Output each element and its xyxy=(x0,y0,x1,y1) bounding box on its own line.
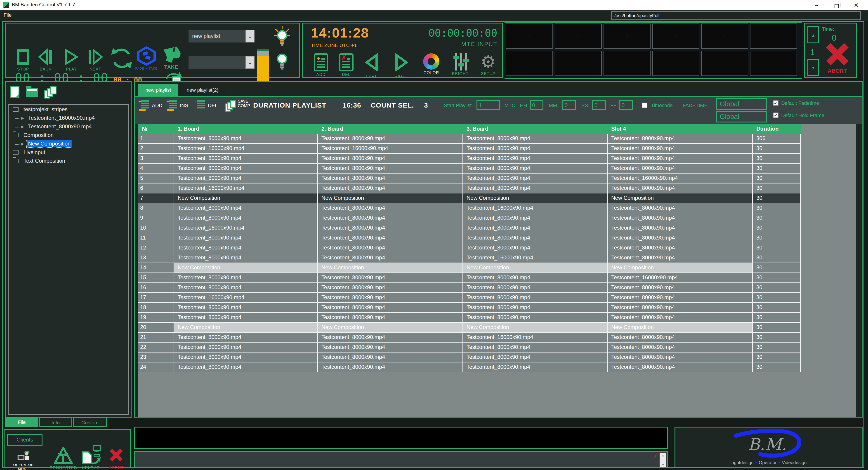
board-cell[interactable]: Testcontent_8000x90.mp4 xyxy=(608,184,753,193)
board-cell[interactable]: Testcontent_16000x90.mp4 xyxy=(174,184,318,193)
board-cell[interactable]: Testcontent_8000x90.mp4 xyxy=(318,253,463,263)
board-cell[interactable]: Testcontent_8000x90.mp4 xyxy=(318,283,463,293)
menu-file[interactable]: File xyxy=(4,12,11,18)
board-cell[interactable]: Testcontent_8000x90.mp4 xyxy=(608,283,753,293)
board-cell[interactable]: Testcontent_8000x90.mp4 xyxy=(463,303,608,313)
board-cell[interactable]: Testcontent_8000x90.mp4 xyxy=(463,184,608,193)
playlist-row[interactable]: 11Testcontent_8000x90.mp4Testcontent_800… xyxy=(138,233,856,243)
board-cell[interactable]: Testcontent_8000x90.mp4 xyxy=(318,134,463,144)
board-cell[interactable]: Testcontent_8000x90.mp4 xyxy=(608,333,753,343)
playlist-row[interactable]: 4Testcontent_8000x90.mp4Testcontent_8000… xyxy=(138,164,856,174)
ss-input[interactable] xyxy=(592,100,606,110)
playlist-tab-2[interactable]: new playlist(2) xyxy=(180,84,225,96)
duration-cell[interactable]: 30 xyxy=(753,184,801,193)
close-button[interactable]: ✕ xyxy=(848,0,864,10)
board-cell[interactable]: Testcontent_8000x90.mp4 xyxy=(463,283,608,293)
board-cell[interactable]: Testcontent_8000x90.mp4 xyxy=(174,313,318,323)
duration-cell[interactable]: 30 xyxy=(753,313,801,323)
board-cell[interactable]: Testcontent_8000x90.mp4 xyxy=(608,213,753,223)
start-playlist-input[interactable] xyxy=(476,100,500,110)
playlist-row[interactable]: 18Testcontent_8000x90.mp4Testcontent_800… xyxy=(138,303,856,313)
playlist-row[interactable]: 7New CompositionNew CompositionNew Compo… xyxy=(138,193,856,203)
next-icon[interactable] xyxy=(87,49,103,65)
board-cell[interactable]: Testcontent_8000x90.mp4 xyxy=(174,283,318,293)
playlist-row[interactable]: 23Testcontent_8000x90.mp4Testcontent_800… xyxy=(138,352,856,363)
board-cell[interactable]: New Composition xyxy=(174,193,318,203)
row-number-cell[interactable]: 5 xyxy=(138,174,174,184)
tab-info[interactable]: Info xyxy=(39,417,72,427)
row-number-cell[interactable]: 12 xyxy=(138,243,174,253)
board-cell[interactable]: Testcontent_8000x90.mp4 xyxy=(463,233,608,243)
color-button[interactable]: COLOR xyxy=(418,53,444,75)
playlist-row[interactable]: 17Testcontent_16000x90.mp4Testcontent_80… xyxy=(138,293,856,303)
board-cell[interactable]: Testcontent_8000x90.mp4 xyxy=(463,273,608,283)
mm-input[interactable] xyxy=(562,100,576,110)
board-cell[interactable]: New Composition xyxy=(174,263,318,273)
row-number-cell[interactable]: 17 xyxy=(138,293,174,303)
board-cell[interactable]: Testcontent_8000x90.mp4 xyxy=(608,164,753,174)
row-number-cell[interactable]: 15 xyxy=(138,273,174,283)
playlist-row[interactable]: 9Testcontent_8000x90.mp4Testcontent_8000… xyxy=(138,213,856,223)
board-cell[interactable]: Testcontent_8000x90.mp4 xyxy=(174,333,318,343)
board-cell[interactable]: Testcontent_8000x90.mp4 xyxy=(174,233,318,243)
board-cell[interactable]: Testcontent_8000x90.mp4 xyxy=(318,184,463,193)
board-cell[interactable]: Testcontent_8000x90.mp4 xyxy=(463,313,608,323)
playlist-row[interactable]: 21Testcontent_8000x90.mp4Testcontent_800… xyxy=(138,333,856,343)
playlist-row[interactable]: 1Testcontent_8000x90.mp4Testcontent_8000… xyxy=(138,134,856,144)
board-cell[interactable]: Testcontent_8000x90.mp4 xyxy=(174,243,318,253)
tree-item[interactable]: Text Composition xyxy=(8,157,128,165)
open-folder-icon[interactable] xyxy=(26,88,38,97)
playlist-row[interactable]: 10Testcontent_16000x90.mp4Testcontent_80… xyxy=(138,223,856,233)
board-cell[interactable]: New Composition xyxy=(318,323,463,333)
board-cell[interactable]: Testcontent_8000x90.mp4 xyxy=(174,343,318,352)
playlist-select[interactable]: new playlist⌄ xyxy=(188,30,254,42)
row-number-cell[interactable]: 18 xyxy=(138,303,174,313)
row-number-cell[interactable]: 7 xyxy=(138,193,174,203)
abort-icon[interactable] xyxy=(110,448,123,462)
take-icon[interactable] xyxy=(161,45,182,64)
row-insert-button[interactable]: + xyxy=(167,100,177,109)
osc-path-input[interactable] xyxy=(611,11,861,20)
duration-cell[interactable]: 306 xyxy=(753,134,801,144)
bright-button[interactable]: BRIGHT xyxy=(447,53,473,76)
board-cell[interactable]: New Composition xyxy=(318,263,463,273)
column-header[interactable]: 1. Board xyxy=(174,124,318,134)
step-up-button[interactable]: ▲ xyxy=(807,26,819,43)
upload-icon[interactable] xyxy=(81,445,101,466)
board-cell[interactable]: Testcontent_8000x90.mp4 xyxy=(174,363,318,372)
tree-item[interactable]: ▶Testcontent_16000x90.mp4 xyxy=(8,114,128,122)
duration-cell[interactable]: 30 xyxy=(753,263,801,273)
board-cell[interactable]: Testcontent_8000x90.mp4 xyxy=(318,164,463,174)
new-file-icon[interactable] xyxy=(10,86,20,98)
board-cell[interactable]: Testcontent_8000x90.mp4 xyxy=(463,134,608,144)
board-cell[interactable]: Testcontent_16000x90.mp4 xyxy=(608,273,753,283)
log-scrollbar[interactable]: ▲▼ xyxy=(659,453,666,467)
board-cell[interactable]: Testcontent_16000x90.mp4 xyxy=(174,223,318,233)
playlist-row[interactable]: 14New CompositionNew CompositionNew Comp… xyxy=(138,263,856,273)
duration-cell[interactable]: 30 xyxy=(753,243,801,253)
board-cell[interactable]: Testcontent_8000x90.mp4 xyxy=(318,303,463,313)
board-cell[interactable]: Testcontent_8000x90.mp4 xyxy=(318,293,463,303)
board-cell[interactable]: Testcontent_8000x90.mp4 xyxy=(318,243,463,253)
minimize-button[interactable]: – xyxy=(809,0,824,10)
board-cell[interactable]: Testcontent_8000x90.mp4 xyxy=(608,144,753,154)
board-cell[interactable]: Testcontent_8000x90.mp4 xyxy=(318,233,463,243)
timecode-checkbox[interactable] xyxy=(642,102,647,108)
playlist-row[interactable]: 15Testcontent_8000x90.mp4Testcontent_800… xyxy=(138,273,856,283)
abort-x-icon[interactable] xyxy=(826,42,849,66)
board-cell[interactable]: Testcontent_8000x90.mp4 xyxy=(174,174,318,184)
board-cell[interactable]: Testcontent_8000x90.mp4 xyxy=(463,213,608,223)
board-cell[interactable]: Testcontent_8000x90.mp4 xyxy=(174,352,318,363)
board-cell[interactable]: Testcontent_8000x90.mp4 xyxy=(463,343,608,352)
stop-icon[interactable] xyxy=(17,49,29,65)
row-number-cell[interactable]: 20 xyxy=(138,323,174,333)
board-cell[interactable]: Testcontent_8000x90.mp4 xyxy=(608,243,753,253)
board-cell[interactable]: Testcontent_8000x90.mp4 xyxy=(463,352,608,363)
row-number-cell[interactable]: 24 xyxy=(138,363,174,372)
board-cell[interactable]: Testcontent_8000x90.mp4 xyxy=(608,223,753,233)
back-icon[interactable] xyxy=(37,49,54,65)
board-cell[interactable]: Testcontent_8000x90.mp4 xyxy=(174,213,318,223)
board-cell[interactable]: Testcontent_8000x90.mp4 xyxy=(318,343,463,352)
board-cell[interactable]: Testcontent_8000x90.mp4 xyxy=(608,313,753,323)
duration-cell[interactable]: 30 xyxy=(753,283,801,293)
